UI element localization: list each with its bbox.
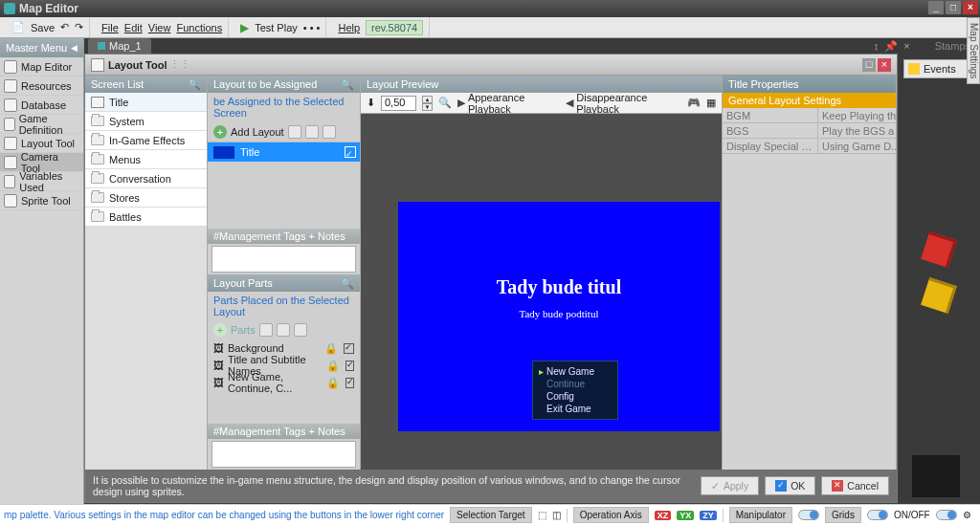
screen-folder-ingame-effects[interactable]: In-Game Effects: [85, 131, 207, 150]
axis-xz-button[interactable]: XZ: [655, 511, 672, 520]
apply-button[interactable]: ✓Apply: [701, 476, 759, 495]
copy-icon[interactable]: [259, 323, 273, 337]
part-newgame-continue[interactable]: 🖼New Game, Continue, C...🔒: [208, 374, 360, 391]
tab-nav-icon[interactable]: ↕: [874, 40, 880, 53]
export-icon[interactable]: ⬇: [367, 97, 375, 109]
copy-icon[interactable]: [288, 125, 301, 139]
screen-folder-stores[interactable]: Stores: [85, 188, 207, 208]
dark-cube-gizmo[interactable]: [912, 455, 960, 497]
master-item-sprite-tool[interactable]: Sprite Tool: [0, 191, 83, 210]
master-item-resources[interactable]: Resources: [0, 77, 83, 96]
screen-item-title[interactable]: Title: [85, 93, 207, 112]
add-layout-button[interactable]: Add Layout: [231, 126, 284, 138]
master-item-variables-used[interactable]: Variables Used: [0, 172, 83, 191]
preview-toolbar: ⬇ 0,50 ▲▼ 🔍 ▶Appearance Playback ◀Disapp…: [361, 93, 722, 114]
minimize-button[interactable]: _: [928, 1, 944, 14]
lock-icon[interactable]: 🔒: [326, 377, 340, 389]
tab-close-icon[interactable]: ×: [903, 40, 909, 53]
menu-exit-game: ▸Exit Game: [533, 403, 617, 415]
zoom-icon[interactable]: 🔍: [438, 97, 452, 109]
paste-icon[interactable]: [305, 125, 319, 139]
screen-item-label: Stores: [109, 192, 140, 204]
checkbox[interactable]: [344, 343, 354, 354]
camera-tool-icon: [4, 156, 17, 169]
dialog-title: Layout Tool: [108, 59, 167, 71]
right-strip: Events: [898, 54, 980, 503]
checkbox[interactable]: [345, 361, 354, 371]
yellow-cube-gizmo[interactable]: [921, 277, 957, 314]
gear-icon[interactable]: ⚙: [963, 510, 971, 520]
axis-yx-button[interactable]: YX: [677, 511, 694, 520]
prop-display-format[interactable]: Display Special Format f...Using Game D.…: [723, 139, 896, 154]
delete-icon[interactable]: [294, 323, 307, 337]
search-icon[interactable]: 🔍: [188, 76, 201, 93]
disappearance-playback-button[interactable]: ◀Disappearance Playback: [566, 92, 681, 115]
menu-dots[interactable]: • • •: [303, 22, 321, 33]
screen-item-label: Battles: [109, 211, 142, 223]
close-button[interactable]: ×: [963, 1, 978, 14]
manipulator-toggle[interactable]: [798, 510, 819, 520]
play-icon: ▶: [240, 21, 249, 34]
menu-view[interactable]: View: [148, 22, 171, 33]
preview-viewport[interactable]: Tady bude titul Tady bude podtitul ▸New …: [361, 114, 722, 470]
menu-save[interactable]: Save: [31, 22, 55, 33]
lock-icon[interactable]: 🔒: [324, 342, 338, 355]
master-menu: Master Menu ◀ Map Editor Resources Datab…: [0, 38, 84, 506]
checkbox[interactable]: [345, 378, 354, 388]
menu-file[interactable]: File: [101, 22, 119, 33]
redo-icon[interactable]: ↷: [75, 21, 83, 33]
tab-map1[interactable]: Map_1: [88, 38, 151, 54]
assign-link[interactable]: be Assigned to the Selected Screen: [208, 93, 360, 121]
ok-button[interactable]: ✓OK: [765, 476, 815, 495]
parts-link[interactable]: Parts Placed on the Selected Layout: [208, 292, 360, 320]
events-button[interactable]: Events: [903, 59, 974, 78]
prop-bgm[interactable]: BGMKeep Playing th→: [723, 108, 896, 123]
search-icon[interactable]: 🔍: [341, 274, 354, 292]
chevron-left-icon[interactable]: ◀: [71, 38, 78, 57]
add-parts-button[interactable]: Parts: [231, 324, 256, 336]
menu-help[interactable]: Help: [338, 22, 360, 33]
notes-input-2[interactable]: [212, 441, 356, 468]
tab-pin-icon[interactable]: 📌: [884, 40, 898, 53]
menu-config: ▸Config: [533, 390, 617, 403]
dialog-close-button[interactable]: ×: [878, 58, 891, 72]
axis-zy-button[interactable]: ZY: [700, 511, 717, 520]
notes-input-1[interactable]: [212, 246, 356, 273]
appearance-playback-button[interactable]: ▶Appearance Playback: [457, 92, 560, 115]
target-icon[interactable]: ⬚: [538, 510, 546, 520]
zoom-input[interactable]: 0,50: [381, 96, 416, 111]
screen-folder-system[interactable]: System: [85, 112, 207, 131]
device-icon[interactable]: 🎮: [687, 97, 701, 109]
prop-bgs[interactable]: BGSPlay the BGS a→: [723, 123, 896, 139]
search-icon[interactable]: 🔍: [341, 76, 354, 93]
master-item-map-editor[interactable]: Map Editor: [0, 57, 83, 77]
grid-icon[interactable]: ▦: [706, 97, 716, 109]
screen-folder-conversation[interactable]: Conversation: [85, 169, 207, 188]
paste-icon[interactable]: [277, 323, 290, 337]
folder-icon: [91, 173, 104, 184]
red-cube-gizmo[interactable]: [921, 231, 957, 268]
zoom-spinner[interactable]: ▲▼: [422, 96, 433, 111]
screen-folder-battles[interactable]: Battles: [85, 208, 207, 227]
lock-icon[interactable]: 🔒: [326, 360, 340, 372]
menu-functions[interactable]: Functions: [176, 22, 222, 33]
check-icon[interactable]: [345, 146, 356, 158]
layout-tool-icon: [91, 58, 104, 72]
cancel-button[interactable]: ✕Cancel: [821, 476, 889, 495]
dialog-max-button[interactable]: □: [862, 58, 876, 72]
undo-icon[interactable]: ↶: [60, 21, 69, 33]
layout-item-title[interactable]: Title: [208, 142, 360, 162]
maximize-button[interactable]: □: [946, 1, 961, 14]
delete-icon[interactable]: [323, 125, 336, 139]
onoff-toggle[interactable]: [936, 510, 957, 520]
grids-toggle[interactable]: [867, 510, 888, 520]
master-item-game-definition[interactable]: Game Definition: [0, 115, 83, 134]
map-settings-tab[interactable]: Map Settings: [967, 17, 980, 84]
menu-testplay[interactable]: Test Play: [255, 22, 298, 33]
sprite-tool-icon: [4, 194, 17, 208]
target-icon-2[interactable]: ◫: [552, 510, 561, 520]
screen-folder-menus[interactable]: Menus: [85, 150, 207, 169]
menu-edit[interactable]: Edit: [124, 22, 143, 33]
props-category[interactable]: General Layout Settings: [723, 93, 896, 108]
screen-item-label: System: [109, 116, 145, 127]
